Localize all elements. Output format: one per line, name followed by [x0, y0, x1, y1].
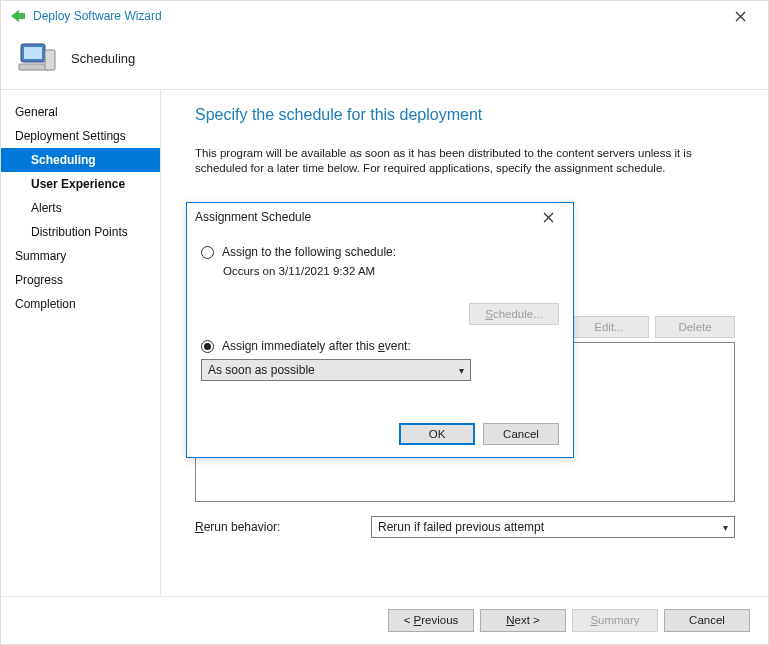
- titlebar: Deploy Software Wizard: [1, 1, 768, 31]
- sidebar-item-scheduling[interactable]: Scheduling: [1, 148, 160, 172]
- window-title: Deploy Software Wizard: [33, 9, 162, 23]
- schedule-occurrence-text: Occurs on 3/11/2021 9:32 AM: [223, 265, 559, 277]
- rerun-select-value: Rerun if failed previous attempt: [378, 520, 544, 534]
- sidebar-item-user-experience[interactable]: User Experience: [1, 172, 160, 196]
- sidebar-item-completion[interactable]: Completion: [1, 292, 160, 316]
- close-icon: [543, 212, 554, 223]
- sidebar-item-distribution-points[interactable]: Distribution Points: [1, 220, 160, 244]
- radio-schedule[interactable]: [201, 246, 214, 259]
- wizard-sidebar: General Deployment Settings Scheduling U…: [1, 90, 161, 596]
- rerun-label: Rerun behavior:: [195, 520, 371, 534]
- wizard-window: Deploy Software Wizard Scheduling Genera…: [0, 0, 769, 645]
- radio-row-schedule[interactable]: Assign to the following schedule:: [201, 245, 559, 259]
- cancel-button[interactable]: Cancel: [664, 609, 750, 632]
- close-button[interactable]: [720, 1, 760, 31]
- dialog-title: Assignment Schedule: [195, 210, 311, 224]
- page-title: Specify the schedule for this deployment: [195, 106, 746, 124]
- summary-button: Summary: [572, 609, 658, 632]
- dialog-body: Assign to the following schedule: Occurs…: [187, 231, 573, 457]
- radio-event-label: Assign immediately after this event:: [222, 339, 411, 353]
- sidebar-item-progress[interactable]: Progress: [1, 268, 160, 292]
- sidebar-item-general[interactable]: General: [1, 100, 160, 124]
- delete-button: Delete: [655, 316, 735, 338]
- previous-button[interactable]: < Previous: [388, 609, 474, 632]
- sidebar-item-alerts[interactable]: Alerts: [1, 196, 160, 220]
- assignment-schedule-dialog: Assignment Schedule Assign to the follow…: [186, 202, 574, 458]
- sidebar-item-summary[interactable]: Summary: [1, 244, 160, 268]
- next-button[interactable]: Next >: [480, 609, 566, 632]
- event-combo[interactable]: As soon as possible ▾: [201, 359, 471, 381]
- edit-button: Edit...: [569, 316, 649, 338]
- svg-rect-3: [45, 50, 55, 70]
- chevron-down-icon: ▾: [723, 522, 728, 533]
- header-page-name: Scheduling: [71, 51, 135, 66]
- wizard-header: Scheduling: [1, 31, 768, 89]
- intro-text: This program will be available as soon a…: [195, 146, 735, 176]
- dialog-footer: OK Cancel: [201, 423, 559, 445]
- radio-row-event[interactable]: Assign immediately after this event:: [201, 339, 559, 353]
- rerun-select[interactable]: Rerun if failed previous attempt ▾: [371, 516, 735, 538]
- svg-rect-1: [24, 47, 42, 59]
- computer-icon: [15, 36, 59, 80]
- dialog-cancel-button[interactable]: Cancel: [483, 423, 559, 445]
- wizard-footer: < Previous Next > Summary Cancel: [1, 596, 768, 644]
- rerun-row: Rerun behavior: Rerun if failed previous…: [195, 516, 735, 538]
- wizard-arrow-icon: [9, 7, 27, 25]
- dialog-ok-button[interactable]: OK: [399, 423, 475, 445]
- radio-schedule-label: Assign to the following schedule:: [222, 245, 396, 259]
- dialog-titlebar: Assignment Schedule: [187, 203, 573, 231]
- event-combo-value: As soon as possible: [208, 363, 315, 377]
- dialog-close-button[interactable]: [531, 205, 565, 229]
- chevron-down-icon: ▾: [459, 365, 464, 376]
- radio-event[interactable]: [201, 340, 214, 353]
- sidebar-item-deployment-settings[interactable]: Deployment Settings: [1, 124, 160, 148]
- close-icon: [735, 11, 746, 22]
- schedule-button: Schedule...: [469, 303, 559, 325]
